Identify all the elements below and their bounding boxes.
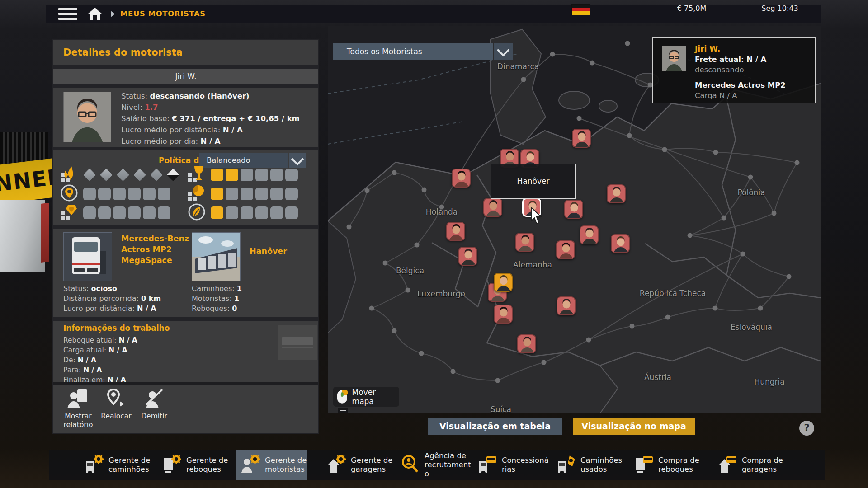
toolbar-item-label: Gerente de motoristas — [265, 456, 307, 474]
driver-filter-dropdown-button[interactable] — [494, 43, 513, 60]
action-label: Realocar — [101, 412, 131, 420]
vehicle-garage-section: Mercedes-BenzActros MP2MegaSpace Hanôver… — [53, 229, 318, 317]
driver-marker[interactable] — [557, 296, 576, 315]
action-label: Mostrar relatório — [63, 412, 93, 429]
relocate-button[interactable]: Realocar — [97, 389, 136, 421]
skill-slot — [143, 188, 156, 200]
driver-actions-section: Mostrar relatórioRealocarDemitir — [53, 385, 318, 433]
breadcrumb[interactable]: MEUS MOTORISTAS — [120, 9, 206, 18]
driver-filter-dropdown[interactable]: Todos os Motoristas — [333, 43, 493, 60]
fragile-icon — [188, 165, 205, 184]
toolbar-caminhões-usados[interactable]: Caminhões usados — [552, 450, 622, 480]
toolbar-item-label: Gerente de garagens — [351, 456, 392, 474]
garage-stat-line: Reboques: 0 — [192, 304, 242, 314]
driver-marker[interactable] — [517, 334, 536, 353]
skill-slot — [98, 188, 111, 200]
driver-marker[interactable] — [556, 240, 575, 259]
driver-marker[interactable] — [458, 247, 477, 266]
garage-name[interactable]: Hanôver — [250, 247, 317, 256]
toolbar-compra-de-reboques[interactable]: Compra de reboques — [629, 450, 699, 480]
adr-placard — [151, 169, 162, 181]
chevron-down-icon — [497, 44, 509, 56]
map-view-button[interactable]: Visualização no mapa — [573, 418, 695, 435]
truck-banner-decoration: NNEL — [0, 158, 59, 204]
dismiss-icon — [135, 389, 174, 408]
driver-marker[interactable] — [452, 169, 471, 188]
driver-info-line: Status: descansando (Hanôver) — [121, 90, 316, 102]
toolbar-compra-de-garagens[interactable]: Compra de garagens — [713, 450, 783, 480]
card-driver-name: Jiri W. — [695, 44, 720, 53]
driver-marker-selected[interactable] — [494, 273, 513, 292]
skill-slot — [211, 169, 223, 181]
toolbar-item-label: Agência de recrutament o — [425, 451, 471, 479]
drivers-map[interactable]: Todos os Motoristas DinamarcaHolandaBélg… — [328, 26, 821, 413]
adr-placard — [100, 169, 112, 181]
card-truck: Mercedes Actros MP2 — [695, 81, 786, 89]
card-cargo: Carga N / A — [695, 91, 737, 100]
truck-tag-icon — [552, 455, 580, 475]
skill-slot — [113, 188, 126, 200]
skill-slot — [211, 206, 223, 219]
skill-slot — [241, 206, 253, 219]
driver-marker[interactable] — [607, 184, 626, 203]
skill-slot — [255, 188, 268, 200]
dismiss-button[interactable]: Demitir — [135, 389, 174, 421]
skill-slot — [285, 188, 298, 200]
training-policy-dropdown[interactable]: Balanceado — [199, 153, 288, 168]
breadcrumb-chevron-icon — [111, 11, 115, 17]
toolbar-item-label: Compra de reboques — [658, 456, 699, 474]
driver-marker[interactable] — [580, 225, 599, 244]
toolbar-item-label: Caminhões usados — [580, 456, 622, 474]
driver-info-line: Salário base: € 371 / entrega + € 10,65 … — [121, 113, 316, 124]
skill-slot — [285, 169, 298, 181]
training-policy-dropdown-button[interactable] — [289, 153, 306, 168]
driver-info-line: Nível: 1.7 — [121, 102, 316, 113]
job-info-section: Informações do trabalho Reboque atual: N… — [53, 321, 318, 382]
card-freight: Frete atual: N / A — [695, 55, 766, 64]
selected-driver-card: Jiri W. Frete atual: N / A descansando M… — [652, 37, 816, 103]
urgent-icon — [188, 184, 205, 203]
house-gear-icon — [322, 455, 351, 475]
trailer-gear-icon — [157, 455, 186, 475]
truck-grille-decoration — [0, 132, 48, 164]
skill-slot — [241, 169, 253, 181]
job-info-title: Informações do trabalho — [63, 324, 170, 333]
driver-marker[interactable] — [446, 222, 465, 241]
driver-marker[interactable] — [611, 234, 630, 253]
skill-slot — [83, 188, 96, 200]
skill-slot — [98, 206, 111, 219]
skill-slot — [241, 188, 253, 200]
skill-slot — [128, 188, 141, 200]
house-card-icon — [713, 455, 742, 475]
driver-marker[interactable] — [515, 233, 534, 252]
map-label-alemanha: Alemanha — [513, 260, 552, 269]
skill-slot — [226, 188, 238, 200]
truck-name[interactable]: Mercedes-BenzActros MP2MegaSpace — [121, 233, 193, 266]
driver-marker[interactable] — [483, 198, 502, 217]
garage-thumbnail[interactable] — [192, 232, 241, 281]
driver-marker[interactable] — [494, 305, 513, 324]
toolbar-agência-de-recrutament-o[interactable]: Agência de recrutament o — [396, 450, 471, 480]
driver-marker[interactable] — [572, 129, 591, 148]
menu-icon[interactable] — [58, 8, 77, 20]
show-report-button[interactable]: Mostrar relatório — [59, 389, 98, 429]
truck-thumbnail[interactable] — [63, 232, 112, 281]
adr-placard — [117, 169, 129, 181]
city-tooltip: Hanôver — [491, 164, 576, 199]
adr-placard — [84, 169, 95, 181]
map-zoom-out-control[interactable] — [338, 408, 348, 413]
home-icon[interactable] — [87, 7, 103, 21]
map-label-bélgica: Bélgica — [396, 266, 424, 275]
toolbar-gerente-de-reboques[interactable]: Gerente de reboques — [157, 450, 228, 480]
garage-stats: Caminhões: 1Motoristas: 1Reboques: 0 — [192, 284, 242, 314]
driver-marker[interactable] — [564, 200, 583, 219]
job-info-line: Reboque atual: N / A — [63, 335, 137, 345]
toolbar-gerente-de-motoristas[interactable]: Gerente de motoristas — [236, 450, 307, 480]
toolbar-gerente-de-garagens[interactable]: Gerente de garagens — [322, 450, 392, 480]
toolbar-concessioná-rias[interactable]: Concessioná rias — [473, 450, 549, 480]
toolbar-gerente-de-caminhões[interactable]: Gerente de caminhões — [80, 450, 150, 480]
skill-row-urgent — [188, 186, 298, 202]
help-button[interactable]: ? — [799, 421, 814, 436]
table-view-button[interactable]: Visualização em tabela — [428, 418, 562, 435]
person-gear-icon — [236, 455, 265, 475]
